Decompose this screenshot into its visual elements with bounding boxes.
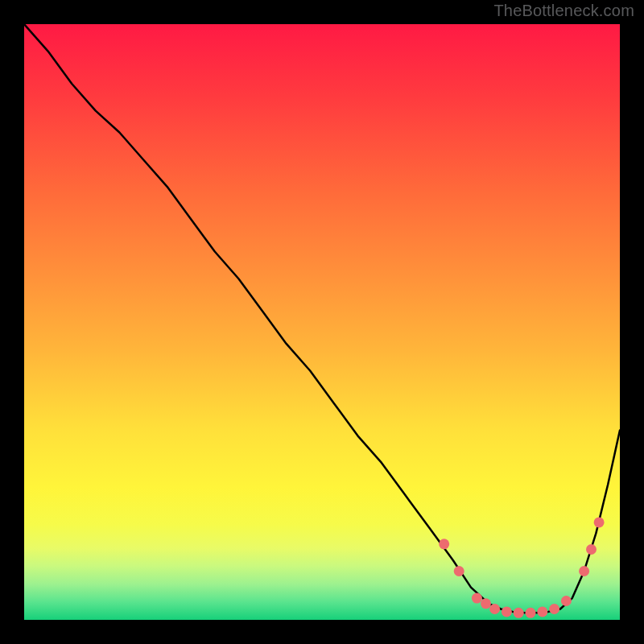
curve-marker xyxy=(472,593,482,604)
chart-area xyxy=(24,24,620,620)
curve-marker xyxy=(526,608,536,618)
curve-marker xyxy=(489,604,500,614)
curve-marker xyxy=(502,606,512,617)
watermark-text: TheBottleneck.com xyxy=(493,2,634,20)
curve-marker xyxy=(439,539,449,549)
curve-marker xyxy=(454,566,464,576)
curve-marker xyxy=(481,598,491,609)
curve-marker xyxy=(561,596,572,606)
gradient-background xyxy=(24,24,620,620)
curve-marker xyxy=(514,608,524,618)
curve-marker xyxy=(586,544,597,555)
curve-marker xyxy=(537,606,547,617)
curve-marker xyxy=(579,566,589,576)
chart-svg xyxy=(24,24,620,620)
curve-marker xyxy=(594,517,605,527)
curve-marker xyxy=(549,604,559,614)
